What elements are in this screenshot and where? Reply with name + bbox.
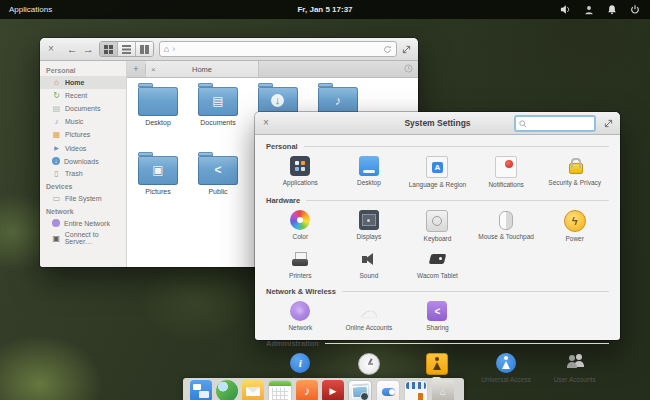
sidebar-item-recent[interactable]: Recent bbox=[40, 89, 126, 102]
trash-icon bbox=[52, 169, 61, 178]
dock-web-browser-icon[interactable] bbox=[216, 380, 238, 400]
dock-music-icon[interactable] bbox=[296, 380, 318, 400]
tile-sharing[interactable]: Sharing bbox=[403, 297, 472, 334]
power-icon[interactable] bbox=[630, 4, 640, 15]
panel-clock[interactable]: Fr, Jan 5 17:37 bbox=[0, 5, 650, 14]
sidebar-item-documents[interactable]: Documents bbox=[40, 102, 126, 115]
tab-history-icon[interactable] bbox=[404, 64, 413, 75]
folder-icon bbox=[138, 87, 178, 116]
documents-icon bbox=[52, 104, 61, 113]
info-icon bbox=[290, 353, 310, 373]
section-hardware: Hardware bbox=[266, 196, 609, 205]
sidebar-item-videos[interactable]: Videos bbox=[40, 141, 126, 155]
close-icon[interactable]: × bbox=[40, 38, 62, 60]
panel-indicators bbox=[560, 4, 640, 15]
clock-icon bbox=[358, 353, 380, 375]
tile-mouse-touchpad[interactable]: Mouse & Touchpad bbox=[472, 206, 541, 245]
folder-item-desktop[interactable]: Desktop bbox=[128, 83, 188, 152]
refresh-icon[interactable] bbox=[383, 40, 392, 58]
dock-files-icon[interactable] bbox=[432, 380, 454, 400]
home-breadcrumb-icon[interactable]: ⌂ bbox=[164, 44, 169, 54]
notifications-icon[interactable] bbox=[607, 4, 617, 15]
path-bar[interactable]: ⌂ › bbox=[159, 41, 397, 57]
sidebar-header-personal: Personal bbox=[40, 64, 126, 76]
breadcrumb-separator: › bbox=[172, 44, 175, 54]
dock-appcenter-icon[interactable] bbox=[404, 380, 428, 400]
back-arrow-icon[interactable]: ← bbox=[67, 43, 78, 55]
tile-printers[interactable]: Printers bbox=[266, 245, 335, 282]
sidebar-item-connect-server[interactable]: Connect to Server… bbox=[40, 229, 126, 247]
music-icon bbox=[52, 117, 61, 126]
search-input[interactable] bbox=[530, 119, 589, 128]
tile-desktop[interactable]: Desktop bbox=[335, 152, 404, 191]
tab-label: Home bbox=[146, 65, 258, 74]
display-icon bbox=[359, 210, 379, 230]
tile-security-privacy[interactable]: Security & Privacy bbox=[540, 152, 609, 191]
tile-network[interactable]: Network bbox=[266, 297, 335, 334]
settings-content: Personal Applications Desktop Language &… bbox=[255, 135, 620, 388]
files-sidebar: Personal Home Recent Documents Music Pic… bbox=[40, 61, 127, 267]
notifications-icon bbox=[495, 156, 517, 178]
tile-notifications[interactable]: Notifications bbox=[472, 152, 541, 191]
dock-calendar-icon[interactable] bbox=[268, 380, 292, 400]
settings-titlebar[interactable]: × System Settings bbox=[255, 112, 620, 135]
files-toolbar: × ← → ⌂ › bbox=[40, 38, 418, 61]
tab-home[interactable]: × Home bbox=[146, 61, 259, 77]
disk-icon bbox=[52, 194, 61, 203]
power-bolt-icon bbox=[564, 210, 586, 232]
folder-item-pictures[interactable]: Pictures bbox=[128, 152, 188, 221]
sidebar-item-filesystem[interactable]: File System bbox=[40, 192, 126, 205]
user-icon[interactable] bbox=[584, 5, 594, 15]
tile-wacom-tablet[interactable]: Wacom Tablet bbox=[403, 245, 472, 282]
server-icon bbox=[52, 234, 61, 243]
files-tabbar: + × Home bbox=[127, 61, 418, 78]
tile-applications[interactable]: Applications bbox=[266, 152, 335, 191]
tile-keyboard[interactable]: Keyboard bbox=[403, 206, 472, 245]
folder-item-documents[interactable]: Documents bbox=[188, 83, 248, 152]
accessibility-icon bbox=[496, 353, 516, 373]
folder-icon bbox=[198, 87, 238, 116]
sidebar-header-devices: Devices bbox=[40, 180, 126, 192]
dock-mail-icon[interactable] bbox=[242, 380, 264, 400]
dock-multitasking-view-icon[interactable] bbox=[190, 380, 212, 400]
search-box[interactable] bbox=[514, 115, 596, 132]
grid-view-icon[interactable] bbox=[100, 42, 117, 56]
lock-icon bbox=[565, 156, 585, 176]
desktop-icon bbox=[359, 156, 379, 176]
color-wheel-icon bbox=[290, 210, 310, 230]
dock-system-settings-icon[interactable] bbox=[376, 380, 400, 400]
tile-online-accounts[interactable]: Online Accounts bbox=[335, 297, 404, 334]
column-view-icon[interactable] bbox=[135, 42, 153, 56]
tile-sound[interactable]: Sound bbox=[335, 245, 404, 282]
mouse-icon bbox=[496, 210, 516, 230]
tile-color[interactable]: Color bbox=[266, 206, 335, 245]
dock-videos-icon[interactable] bbox=[322, 380, 344, 400]
sidebar-item-downloads[interactable]: Downloads bbox=[40, 155, 126, 167]
sidebar-item-pictures[interactable]: Pictures bbox=[40, 128, 126, 141]
maximize-icon[interactable] bbox=[402, 40, 411, 58]
section-personal: Personal bbox=[266, 142, 609, 151]
sidebar-item-trash[interactable]: Trash bbox=[40, 167, 126, 180]
tile-displays[interactable]: Displays bbox=[335, 206, 404, 245]
forward-arrow-icon[interactable]: → bbox=[83, 43, 94, 55]
sidebar-item-home[interactable]: Home bbox=[40, 76, 126, 89]
home-icon bbox=[52, 78, 61, 87]
dock-photos-icon[interactable] bbox=[348, 380, 372, 400]
sidebar-item-music[interactable]: Music bbox=[40, 115, 126, 128]
tile-universal-access[interactable]: Universal Access bbox=[472, 349, 541, 388]
dock bbox=[183, 378, 464, 400]
cloud-icon bbox=[359, 301, 379, 321]
folder-item-public[interactable]: Public bbox=[188, 152, 248, 221]
sidebar-item-entire-network[interactable]: Entire Network bbox=[40, 217, 126, 229]
maximize-icon[interactable] bbox=[596, 114, 620, 132]
tile-language-region[interactable]: Language & Region bbox=[403, 152, 472, 191]
list-view-icon[interactable] bbox=[117, 42, 135, 56]
speaker-icon bbox=[359, 249, 379, 269]
tile-power[interactable]: Power bbox=[540, 206, 609, 245]
new-tab-button[interactable]: + bbox=[127, 64, 146, 74]
downloads-icon bbox=[52, 157, 60, 165]
recent-icon bbox=[52, 91, 61, 100]
view-switcher bbox=[99, 41, 154, 57]
tile-user-accounts[interactable]: User Accounts bbox=[540, 349, 609, 388]
volume-icon[interactable] bbox=[560, 4, 571, 15]
